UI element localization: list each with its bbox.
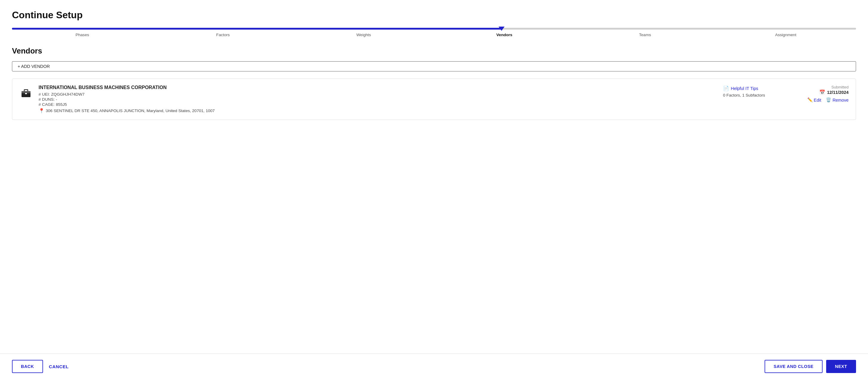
duns-label: DUNS: — [42, 97, 55, 102]
vendor-duns: # DUNS: - — [38, 97, 717, 102]
uei-value: ZQGGHJH74DW7 — [51, 92, 85, 97]
cage-label: CAGE: — [42, 102, 55, 107]
duns-value: - — [56, 97, 57, 102]
date-value: 12/11/2024 — [827, 90, 848, 95]
stepper-label-vendors[interactable]: Vendors — [434, 33, 575, 37]
address-value: 306 SENTINEL DR STE 450, ANNAPOLIS JUNCT… — [46, 108, 215, 113]
vendor-cage: # CAGE: 855J5 — [38, 102, 717, 107]
pencil-icon: ✏️ — [807, 97, 813, 102]
cage-value: 855J5 — [56, 102, 67, 107]
trash-icon: 🗑️ — [826, 97, 831, 102]
action-buttons: ✏️ Edit 🗑️ Remove — [807, 97, 848, 102]
svg-rect-2 — [22, 91, 30, 93]
stepper-labels: Phases Factors Weights Vendors Teams Ass… — [12, 33, 856, 37]
vendor-address: 📍 306 SENTINEL DR STE 450, ANNAPOLIS JUN… — [38, 108, 717, 114]
submitted-label: Submitted — [819, 85, 848, 89]
vendor-name: INTERNATIONAL BUSINESS MACHINES CORPORAT… — [38, 85, 717, 90]
edit-vendor-button[interactable]: ✏️ Edit — [807, 97, 822, 102]
stepper-label-weights[interactable]: Weights — [293, 33, 434, 37]
back-button[interactable]: BACK — [12, 360, 43, 373]
duns-hash: # — [38, 97, 41, 102]
uei-label: UEI: — [42, 92, 50, 97]
briefcase-icon — [20, 86, 33, 99]
stepper-track — [12, 28, 856, 30]
document-icon: 📄 — [723, 86, 729, 91]
next-button[interactable]: NEXT — [826, 360, 856, 373]
vendor-date: 📅 12/11/2024 — [819, 89, 848, 95]
cancel-button[interactable]: CANCEL — [49, 364, 69, 369]
vendor-actions: Submitted 📅 12/11/2024 ✏️ Edit 🗑️ Remove — [789, 85, 848, 102]
footer-left: BACK CANCEL — [12, 360, 69, 373]
uei-hash: # — [38, 92, 41, 97]
stepper-indicator — [499, 27, 504, 31]
svg-rect-3 — [25, 93, 27, 94]
vendor-info: INTERNATIONAL BUSINESS MACHINES CORPORAT… — [38, 85, 717, 114]
stepper-label-factors[interactable]: Factors — [153, 33, 293, 37]
stepper-label-phases[interactable]: Phases — [12, 33, 153, 37]
footer-right: SAVE AND CLOSE NEXT — [765, 360, 856, 373]
link-label: Helpful IT Tips — [731, 86, 758, 91]
remove-vendor-button[interactable]: 🗑️ Remove — [826, 97, 848, 102]
footer: BACK CANCEL SAVE AND CLOSE NEXT — [0, 354, 868, 379]
helpful-it-tips-link[interactable]: 📄 Helpful IT Tips — [723, 86, 758, 91]
save-and-close-button[interactable]: SAVE AND CLOSE — [765, 360, 822, 373]
stepper-label-teams[interactable]: Teams — [575, 33, 716, 37]
add-vendor-button[interactable]: + ADD VENDOR — [12, 61, 856, 71]
stepper-fill — [12, 28, 501, 30]
cage-hash: # — [38, 102, 41, 107]
vendor-meta: 📄 Helpful IT Tips 0 Factors, 1 Subfactor… — [723, 86, 783, 97]
remove-label: Remove — [832, 98, 848, 102]
stepper: Phases Factors Weights Vendors Teams Ass… — [12, 28, 856, 37]
calendar-icon: 📅 — [819, 89, 825, 95]
vendors-section-title: Vendors — [12, 46, 856, 55]
edit-label: Edit — [814, 98, 822, 102]
page-title: Continue Setup — [12, 9, 856, 21]
vendor-card: INTERNATIONAL BUSINESS MACHINES CORPORAT… — [12, 78, 856, 120]
pin-icon: 📍 — [38, 108, 44, 114]
vendor-uei: # UEI: ZQGGHJH74DW7 — [38, 92, 717, 97]
stepper-label-assignment[interactable]: Assignment — [715, 33, 856, 37]
vendor-factors-count: 0 Factors, 1 Subfactors — [723, 93, 765, 97]
